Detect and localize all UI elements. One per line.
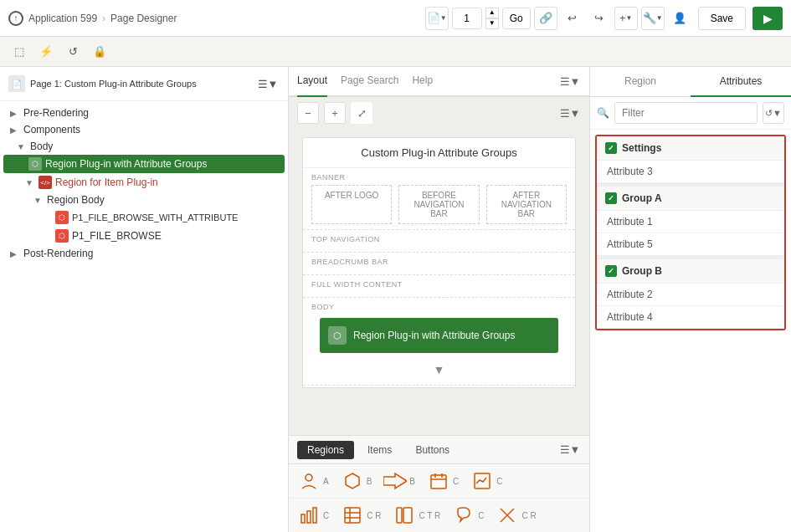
center-toolbar: − + ⤢ ☰▼	[289, 97, 589, 129]
go-button[interactable]: Go	[502, 8, 531, 29]
tree-item-body[interactable]: ▼ Body	[0, 138, 288, 155]
lock-icon[interactable]: 🔒	[89, 41, 110, 63]
tree-item-postrendering[interactable]: ▶ Post-Rendering	[0, 245, 288, 262]
breadcrumb-section: BREADCRUMB BAR	[303, 253, 575, 275]
rtab-attributes[interactable]: Attributes	[691, 67, 791, 97]
icons-row-1: A B B C	[289, 463, 589, 498]
tab-help[interactable]: Help	[412, 67, 433, 97]
up-icon: ↑	[8, 11, 23, 26]
person-shape	[297, 469, 321, 493]
breadcrumb-label: BREADCRUMB BAR	[311, 258, 567, 266]
attr-item-attribute3[interactable]: Attribute 3	[597, 161, 784, 183]
icon-hex-b[interactable]: B	[341, 469, 372, 493]
icon-person-a[interactable]: A	[297, 469, 329, 493]
tree-item-region-plugin[interactable]: ⬡ Region Plug-in with Attribute Groups	[3, 155, 285, 173]
fullscreen-btn[interactable]: ⤢	[351, 102, 372, 124]
icon-barchart-c[interactable]: C	[297, 504, 329, 527]
app-name[interactable]: Application 599	[28, 13, 97, 24]
share-btn[interactable]: 🔗	[534, 7, 557, 30]
filter-input[interactable]	[614, 102, 758, 124]
group-settings-header[interactable]: ✓ Settings	[597, 136, 784, 161]
icon-cross-cr[interactable]: C R	[496, 504, 536, 527]
region-canvas-label: Region Plug-in with Attribute Groups	[353, 330, 515, 341]
filter-options-btn[interactable]: ↺▼	[763, 102, 784, 124]
btab-buttons[interactable]: Buttons	[405, 441, 460, 459]
item-icon: ⬡	[55, 229, 69, 243]
rtab-region[interactable]: Region	[590, 67, 691, 97]
zoom-in-btn[interactable]: +	[324, 102, 346, 124]
tree-item-region-body[interactable]: ▼ Region Body	[0, 192, 288, 208]
page-designer-label: Page Designer	[110, 13, 177, 24]
refresh-icon[interactable]: ↺	[62, 41, 84, 63]
tree-item-components[interactable]: ▶ Components	[0, 121, 288, 138]
code-icon: </>	[39, 176, 52, 189]
btab-regions[interactable]: Regions	[297, 441, 354, 459]
svg-rect-11	[345, 508, 360, 523]
page-stepper[interactable]: ▲ ▼	[485, 8, 499, 29]
icon-bubble-c[interactable]: C	[452, 504, 484, 527]
redo-btn[interactable]: ↪	[588, 7, 611, 30]
top-nav-section: TOP NAVIGATION	[303, 230, 575, 253]
page-up-btn[interactable]: ▲	[485, 8, 499, 18]
page-number-input[interactable]	[452, 8, 482, 29]
tab-page-search[interactable]: Page Search	[341, 67, 398, 97]
groupa-checkbox[interactable]: ✓	[605, 192, 617, 204]
svg-marker-1	[346, 473, 359, 489]
svg-point-0	[306, 474, 312, 481]
groupb-checkbox[interactable]: ✓	[605, 265, 617, 277]
undo-btn[interactable]: ↩	[561, 7, 584, 30]
tools-btn[interactable]: 🔧▼	[641, 7, 665, 30]
icon-table-cr[interactable]: C R	[341, 504, 381, 527]
lightning-icon[interactable]: ⚡	[35, 41, 57, 63]
icon-arrow-b[interactable]: B	[383, 469, 415, 493]
attr-item-attribute4[interactable]: Attribute 4	[597, 306, 784, 329]
region-plugin-canvas[interactable]: ⬡ Region Plug-in with Attribute Groups	[320, 318, 558, 353]
left-panel: 📄 Page 1: Custom Plug-in Attribute Group…	[0, 67, 289, 532]
chart-shape	[470, 469, 494, 493]
right-tabs: Region Attributes	[590, 67, 791, 97]
view-options-btn[interactable]: ☰▼	[559, 70, 581, 92]
run-button[interactable]: ▶	[752, 7, 783, 30]
layout-icon[interactable]: ⬚	[8, 41, 30, 63]
bottom-options-btn[interactable]: ☰▼	[559, 439, 581, 461]
tree-label: Body	[30, 141, 53, 152]
attr-group-a: ✓ Group A Attribute 1 Attribute 5	[597, 187, 784, 256]
icon-calendar-c[interactable]: C	[427, 469, 459, 493]
toggle-icon: ▼	[25, 178, 35, 187]
svg-rect-3	[431, 475, 446, 489]
group-a-header[interactable]: ✓ Group A	[597, 187, 784, 211]
attr-item-attribute2[interactable]: Attribute 2	[597, 284, 784, 306]
attr-item-attribute5[interactable]: Attribute 5	[597, 233, 784, 256]
tree-item-prerendering[interactable]: ▶ Pre-Rendering	[0, 105, 288, 121]
icon-columns-ctr[interactable]: C T R	[393, 504, 440, 527]
page-down-btn[interactable]: ▼	[485, 18, 499, 29]
new-page-btn[interactable]: 📄▼	[425, 7, 449, 30]
tree-item-region-item[interactable]: ▼ </> Region for Item Plug-in	[0, 173, 288, 192]
tab-layout[interactable]: Layout	[297, 67, 327, 97]
canvas-options-btn[interactable]: ☰▼	[559, 102, 581, 124]
tree-menu-btn[interactable]: ☰▼	[256, 72, 280, 95]
add-btn[interactable]: +▼	[614, 7, 638, 30]
right-panel: Region Attributes 🔍 ↺▼ ✓ Settings Attrib…	[590, 67, 791, 532]
tree-item-p1-file-browse-attr[interactable]: ⬡ P1_FILE_BROWSE_WITH_ATTRIBUTE	[0, 208, 288, 227]
save-button[interactable]: Save	[698, 7, 746, 30]
toggle-icon: ▶	[10, 125, 20, 135]
tree-item-p1-file-browse[interactable]: ⬡ P1_FILE_BROWSE	[0, 227, 288, 245]
toggle-icon: ▼	[33, 196, 44, 205]
group-settings-label: Settings	[622, 142, 661, 154]
icon-label: B	[409, 477, 415, 486]
zoom-out-btn[interactable]: −	[297, 102, 319, 124]
user-btn[interactable]: 👤	[668, 7, 691, 30]
btab-items[interactable]: Items	[357, 441, 402, 459]
canvas-title: Custom Plug-in Attribute Groups	[303, 138, 575, 168]
icon-chart-c[interactable]: C	[470, 469, 502, 493]
settings-checkbox[interactable]: ✓	[605, 142, 617, 154]
attr-item-attribute1[interactable]: Attribute 1	[597, 211, 784, 233]
page-title: Page 1: Custom Plug-in Attribute Groups	[30, 79, 197, 89]
icon-label: C	[478, 511, 484, 520]
app-breadcrumb: ↑ Application 599 › Page Designer	[8, 11, 177, 26]
attributes-section: ✓ Settings Attribute 3 ✓ Group A Attribu…	[595, 135, 786, 330]
topbar: ↑ Application 599 › Page Designer 📄▼ ▲ ▼…	[0, 0, 791, 37]
hex-shape	[341, 469, 364, 493]
group-b-header[interactable]: ✓ Group B	[597, 259, 784, 284]
